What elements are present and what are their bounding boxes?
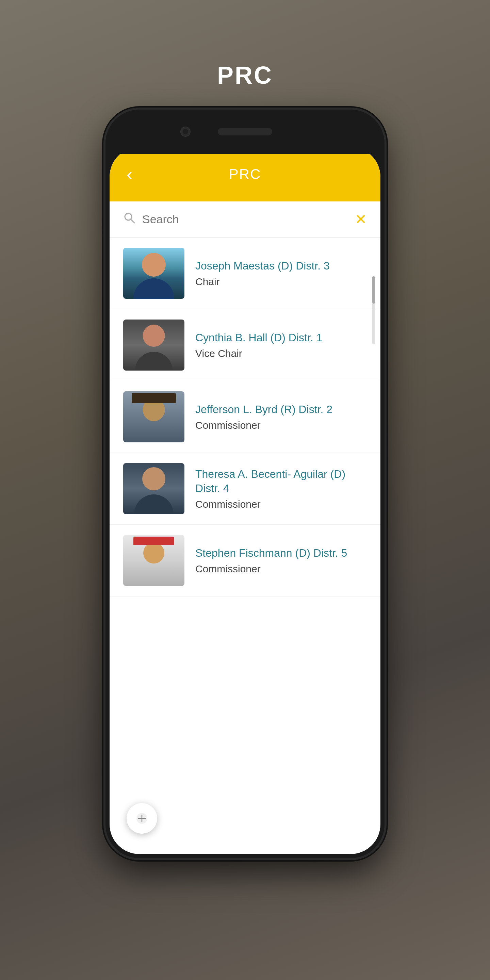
clear-search-icon[interactable]: ✕ (355, 211, 367, 228)
member-avatar (123, 391, 185, 442)
members-list: Joseph Maestas (D) Distr. 3 Chair Cynthi… (110, 237, 380, 597)
search-bar: ✕ (110, 202, 380, 237)
member-role: Chair (195, 276, 367, 288)
member-name: Joseph Maestas (D) Distr. 3 (195, 259, 367, 273)
member-info: Jefferson L. Byrd (R) Distr. 2 Commissio… (195, 402, 367, 431)
fab-icon (136, 812, 148, 824)
background-title: PRC (217, 61, 273, 89)
search-input[interactable] (142, 213, 348, 226)
member-info: Joseph Maestas (D) Distr. 3 Chair (195, 259, 367, 288)
member-name: Cynthia B. Hall (D) Distr. 1 (195, 331, 367, 345)
phone-camera (180, 127, 191, 137)
member-item[interactable]: Jefferson L. Byrd (R) Distr. 2 Commissio… (110, 381, 380, 453)
back-button[interactable]: ‹ (127, 165, 132, 183)
member-name: Theresa A. Becenti- Aguilar (D) Distr. 4 (195, 467, 367, 495)
member-role: Vice Chair (195, 348, 367, 360)
phone-screen: ‹ PRC ✕ Joseph Maestas (D) Distr. 3 Chai… (110, 147, 380, 854)
member-avatar (123, 463, 185, 514)
scrollbar-thumb[interactable] (372, 276, 375, 304)
member-info: Stephen Fischmann (D) Distr. 5 Commissio… (195, 546, 367, 575)
phone-device: ‹ PRC ✕ Joseph Maestas (D) Distr. 3 Chai… (105, 110, 385, 858)
member-item[interactable]: Theresa A. Becenti- Aguilar (D) Distr. 4… (110, 453, 380, 525)
header-title: PRC (229, 166, 261, 182)
member-name: Jefferson L. Byrd (R) Distr. 2 (195, 402, 367, 417)
member-name: Stephen Fischmann (D) Distr. 5 (195, 546, 367, 560)
member-avatar (123, 248, 185, 299)
member-avatar (123, 535, 185, 586)
svg-line-1 (131, 220, 134, 223)
member-item[interactable]: Cynthia B. Hall (D) Distr. 1 Vice Chair (110, 309, 380, 381)
member-item[interactable]: Joseph Maestas (D) Distr. 3 Chair (110, 237, 380, 309)
phone-top-bar (105, 110, 385, 154)
member-item[interactable]: Stephen Fischmann (D) Distr. 5 Commissio… (110, 525, 380, 597)
fab-button[interactable] (127, 803, 157, 834)
member-role: Commissioner (195, 420, 367, 431)
app-header: ‹ PRC (110, 147, 380, 202)
member-avatar (123, 320, 185, 371)
member-role: Commissioner (195, 498, 367, 510)
member-role: Commissioner (195, 563, 367, 575)
member-info: Theresa A. Becenti- Aguilar (D) Distr. 4… (195, 467, 367, 510)
member-info: Cynthia B. Hall (D) Distr. 1 Vice Chair (195, 331, 367, 360)
phone-speaker (218, 128, 272, 135)
search-icon (123, 212, 135, 227)
scrollbar-track (372, 276, 375, 344)
